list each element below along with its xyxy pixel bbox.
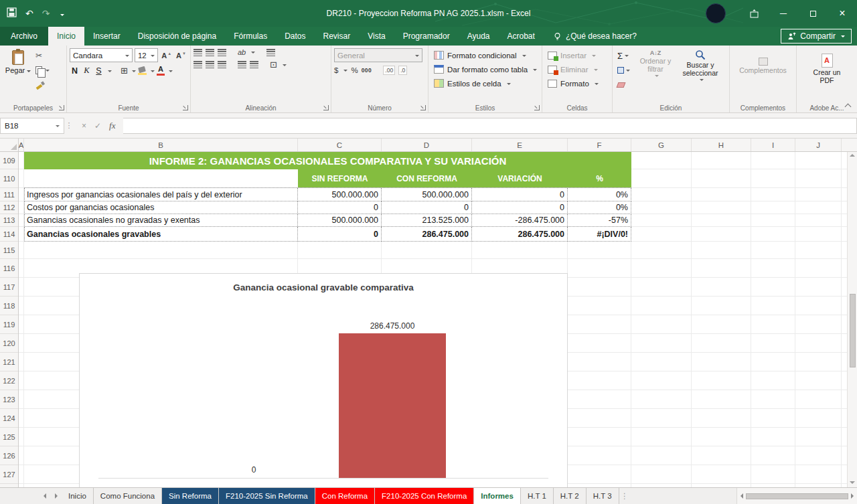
insert-cells-button[interactable]: Insertar xyxy=(545,48,609,62)
autosum-button[interactable]: Σ xyxy=(615,49,632,62)
cell-sin-reforma[interactable]: 500.000.000 xyxy=(298,214,382,227)
cell-percent[interactable]: 0% xyxy=(568,201,631,214)
dialog-launcher-icon[interactable] xyxy=(183,105,188,110)
sheet-tab[interactable]: Como Funciona xyxy=(94,488,162,504)
dialog-launcher-icon[interactable] xyxy=(59,105,64,110)
row-header[interactable]: 119 xyxy=(0,315,18,334)
ribbon-tab[interactable]: Acrobat xyxy=(499,27,544,46)
cell-concept[interactable]: Ganancias ocasionales no gravadas y exen… xyxy=(24,214,298,227)
cell-sin-reforma[interactable]: 0 xyxy=(298,227,382,242)
column-header[interactable]: D xyxy=(382,139,472,151)
ribbon-tab[interactable]: Ayuda xyxy=(459,27,499,46)
align-middle-button[interactable] xyxy=(206,49,214,56)
increase-indent-button[interactable] xyxy=(250,61,258,68)
cut-button[interactable]: ✂ xyxy=(33,49,52,62)
cell-variacion[interactable]: 0 xyxy=(472,188,568,201)
delete-cells-button[interactable]: Eliminar xyxy=(545,62,609,76)
row-header[interactable]: 111 xyxy=(0,188,18,201)
sheet-tab[interactable]: H.T 1 xyxy=(521,488,554,504)
cell-sin-reforma[interactable]: 500.000.000 xyxy=(298,188,382,201)
paste-button[interactable]: Pegar xyxy=(3,48,33,102)
column-header[interactable]: I xyxy=(751,139,795,151)
enter-formula-button[interactable]: ✓ xyxy=(94,121,101,131)
cell-con-reforma[interactable]: 0 xyxy=(382,201,472,214)
decrease-decimal-button[interactable]: .0 xyxy=(398,66,407,75)
align-top-button[interactable] xyxy=(193,49,202,56)
ribbon-tab[interactable]: Fórmulas xyxy=(225,27,276,46)
embedded-chart[interactable]: Ganancia ocasional gravable comparativa … xyxy=(79,273,568,487)
row-header[interactable]: 127 xyxy=(0,465,18,484)
sheet-tab[interactable]: F210-2025 Sin Reforma xyxy=(219,488,315,504)
sheet-tab[interactable]: Inicio xyxy=(62,488,94,504)
ribbon-display-options-button[interactable] xyxy=(739,0,769,27)
align-right-button[interactable] xyxy=(218,61,226,68)
create-pdf-button[interactable]: A Crear un PDF xyxy=(805,48,848,102)
fill-button[interactable] xyxy=(615,64,632,77)
scroll-right-icon[interactable] xyxy=(851,493,854,499)
row-header[interactable]: 114 xyxy=(0,227,18,242)
ribbon-tab[interactable]: Disposición de página xyxy=(129,27,225,46)
table-banner[interactable]: INFORME 2: GANANCIAS OCASIONALES COMPARA… xyxy=(24,152,631,169)
row-header[interactable]: 121 xyxy=(0,353,18,371)
cell-concept[interactable]: Ingresos por ganancias ocasionales del p… xyxy=(24,188,298,201)
sheet-tab[interactable]: Con Reforma xyxy=(315,488,375,504)
dialog-launcher-icon[interactable] xyxy=(420,105,426,110)
cell-percent[interactable]: -57% xyxy=(568,214,631,227)
formula-input[interactable] xyxy=(123,118,857,134)
select-all-corner[interactable] xyxy=(0,139,19,151)
cell-styles-button[interactable]: Estilos de celda xyxy=(431,76,539,90)
column-header[interactable]: F xyxy=(568,139,631,151)
align-left-button[interactable] xyxy=(193,61,202,68)
sheet-tab[interactable]: H.T 3 xyxy=(587,488,619,504)
cell-sin-reforma[interactable]: 0 xyxy=(298,201,382,214)
currency-button[interactable]: $ xyxy=(334,66,338,74)
logo-badge[interactable] xyxy=(706,3,726,23)
close-button[interactable]: × xyxy=(828,0,857,27)
horizontal-scrollbar[interactable] xyxy=(736,488,857,504)
table-header-cell[interactable]: % xyxy=(568,169,631,187)
comma-style-button[interactable]: 000 xyxy=(362,67,372,74)
scroll-down-icon[interactable] xyxy=(850,481,855,484)
cell-variacion[interactable]: -286.475.000 xyxy=(472,214,568,227)
cell-percent[interactable]: 0% xyxy=(568,188,631,201)
cell-percent[interactable]: #¡DIV/0! xyxy=(568,227,631,242)
ribbon-tab[interactable]: Revisar xyxy=(315,27,360,46)
find-select-button[interactable]: Buscar y seleccionar xyxy=(679,48,722,102)
vertical-scrollbar-thumb[interactable] xyxy=(850,294,856,367)
underline-button[interactable]: S xyxy=(94,66,104,76)
row-header[interactable]: 110 xyxy=(0,169,18,188)
maximize-button[interactable] xyxy=(798,0,828,27)
ribbon-tab[interactable]: Archivo xyxy=(0,27,48,46)
row-header[interactable]: 125 xyxy=(0,428,18,446)
sheet-tab[interactable]: H.T 2 xyxy=(554,488,587,504)
customize-qat-button[interactable] xyxy=(58,7,64,19)
cell-variacion[interactable]: 286.475.000 xyxy=(472,227,568,242)
font-name-select[interactable]: Candara xyxy=(70,48,133,62)
merge-center-button[interactable]: ⊡ xyxy=(270,60,277,70)
share-button[interactable]: Compartir xyxy=(781,29,852,44)
cell-con-reforma[interactable]: 213.525.000 xyxy=(382,214,472,227)
row-header[interactable]: 122 xyxy=(0,371,18,390)
row-header[interactable]: 115 xyxy=(0,242,18,259)
vertical-scrollbar[interactable] xyxy=(847,152,857,487)
sheet-tab[interactable]: Sin Reforma xyxy=(162,488,219,504)
table-header-cell[interactable]: VARIACIÓN xyxy=(472,169,568,187)
row-header[interactable]: 112 xyxy=(0,201,18,214)
column-header[interactable]: J xyxy=(795,139,842,151)
dialog-launcher-icon[interactable] xyxy=(323,105,329,110)
wrap-text-button[interactable] xyxy=(266,49,275,56)
align-center-button[interactable] xyxy=(206,61,214,68)
table-header-cell[interactable]: SIN REFORMA xyxy=(298,169,382,187)
bold-button[interactable]: N xyxy=(70,66,80,76)
cell-con-reforma[interactable]: 500.000.000 xyxy=(382,188,472,201)
row-header[interactable]: 109 xyxy=(0,152,18,169)
insert-function-button[interactable]: fx xyxy=(109,120,115,131)
row-header[interactable]: 118 xyxy=(0,297,18,315)
font-size-select[interactable]: 12 xyxy=(135,48,158,62)
orientation-button[interactable]: ab xyxy=(238,48,246,56)
decrease-font-button[interactable]: A▼ xyxy=(175,52,187,60)
cell-concept[interactable]: Costos por ganancias ocasionales xyxy=(24,201,298,214)
table-header-empty-cell[interactable] xyxy=(24,169,298,187)
fill-color-button[interactable] xyxy=(138,67,147,75)
row-header[interactable]: 116 xyxy=(0,259,18,278)
